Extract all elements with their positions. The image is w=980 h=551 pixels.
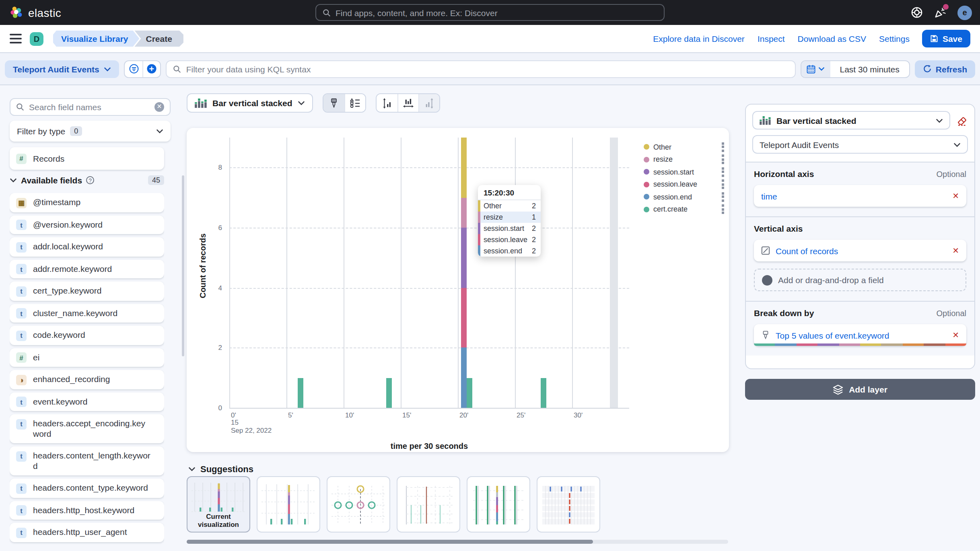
breakdown-dimension[interactable]: Top 5 values of event.keyword ✕ [754, 324, 966, 346]
records-field-item[interactable]: # Records [10, 147, 164, 170]
remove-dimension-icon[interactable]: ✕ [952, 247, 959, 255]
bar-segment-cert-create[interactable] [298, 378, 304, 408]
horizontal-axis-dimension[interactable]: time ✕ [754, 185, 966, 207]
clear-layer-eraser-icon[interactable] [957, 115, 968, 126]
add-filter-icon[interactable] [143, 61, 161, 77]
space-badge[interactable]: D [30, 32, 43, 45]
field-item-addr-remote-keyword[interactable]: taddr.remote.keyword [10, 259, 164, 278]
news-feed-icon[interactable] [934, 6, 946, 19]
chart-type-dropdown[interactable]: Bar vertical stacked [187, 93, 313, 113]
bar-segment-session-end[interactable] [461, 348, 466, 408]
saved-query-menu-icon[interactable] [125, 61, 143, 77]
help-icon[interactable] [911, 6, 923, 19]
legend-item-cert-create[interactable]: cert.create [644, 203, 724, 216]
field-item-headers-accept-encoding-keyword[interactable]: theaders.accept_encoding.keyword [10, 414, 164, 443]
clear-search-icon[interactable]: ✕ [154, 102, 164, 112]
plot-area[interactable]: 024680'5'10'15'20'25'30'15Sep 22, 2022 [229, 138, 629, 408]
data-view-picker[interactable]: Teleport Audit Events [5, 60, 119, 78]
suggestion-chart-icon [400, 483, 457, 528]
suggestions-scrollbar[interactable] [187, 540, 728, 544]
layers-icon [833, 384, 843, 395]
field-item--timestamp[interactable]: ▦@timestamp [10, 193, 164, 212]
field-item--version-keyword[interactable]: t@version.keyword [10, 215, 164, 234]
left-axis-button[interactable] [377, 94, 397, 112]
chart-toolbar: Bar vertical stacked [187, 93, 440, 113]
field-item-headers-http-user-agent[interactable]: theaders.http_user_agent [10, 523, 164, 542]
elastic-logo[interactable]: elastic [0, 6, 61, 19]
formula-icon [761, 246, 770, 255]
suggestion-thumbnail-3[interactable] [327, 476, 390, 532]
add-field-dropzone[interactable]: + Add or drag-and-drop a field [754, 269, 966, 291]
field-item-headers-content-length-keyword[interactable]: theaders.content_length.keyword [10, 446, 164, 475]
y-tick-label: 4 [218, 284, 222, 292]
x-axis-start-date: 15Sep 22, 2022 [231, 418, 272, 434]
user-avatar[interactable]: e [957, 5, 972, 20]
bar-segment-cert-create[interactable] [387, 378, 392, 408]
legend-actions-icon[interactable] [722, 167, 724, 177]
field-item-event-keyword[interactable]: tevent.keyword [10, 392, 164, 411]
legend-options-button[interactable] [344, 94, 365, 112]
field-item-cluster-name-keyword[interactable]: tcluster_name.keyword [10, 304, 164, 323]
x-gridline [515, 138, 516, 408]
help-question-icon[interactable]: ? [86, 176, 94, 184]
add-layer-button[interactable]: Add layer [745, 379, 975, 400]
legend-actions-icon[interactable] [722, 205, 724, 214]
global-search-input[interactable]: Find apps, content, and more. Ex: Discov… [315, 4, 665, 21]
field-item-headers-http-host-keyword[interactable]: theaders.http_host.keyword [10, 501, 164, 520]
sidebar-scrollbar[interactable] [182, 175, 184, 356]
bar-segment-session-leave[interactable] [461, 288, 466, 347]
suggestions-accordion[interactable]: Suggestions [188, 464, 253, 474]
save-button[interactable]: Save [922, 30, 970, 47]
legend-actions-icon[interactable] [722, 192, 724, 202]
suggestion-current[interactable]: Current visualization [187, 476, 250, 532]
calendar-menu-button[interactable] [801, 61, 830, 77]
legend-actions-icon[interactable] [722, 142, 724, 152]
breadcrumb-visualize-library[interactable]: Visualize Library [53, 31, 140, 47]
remove-dimension-icon[interactable]: ✕ [952, 192, 959, 200]
legend-actions-icon[interactable] [722, 155, 724, 164]
suggestion-thumbnail-4[interactable] [397, 476, 460, 532]
menu-icon[interactable] [10, 34, 22, 43]
bar-segment-session-start[interactable] [461, 228, 466, 288]
available-fields-header[interactable]: Available fields ? 45 [10, 175, 164, 185]
suggestion-thumbnail-5[interactable] [467, 476, 530, 532]
tooltip-series-label: Other [480, 202, 532, 210]
legend-item-session-start[interactable]: session.start [644, 166, 724, 178]
header-action-settings[interactable]: Settings [879, 34, 910, 43]
field-item-headers-content-type-keyword[interactable]: theaders.content_type.keyword [10, 479, 164, 498]
config-data-view-dropdown[interactable]: Teleport Audit Events [752, 135, 968, 154]
vertical-axis-dimension[interactable]: Count of records ✕ [754, 240, 966, 261]
legend-item-session-end[interactable]: session.end [644, 191, 724, 203]
field-item-addr-local-keyword[interactable]: taddr.local.keyword [10, 237, 164, 256]
visual-options-button[interactable] [323, 94, 344, 112]
time-range-value[interactable]: Last 30 minutes [830, 64, 909, 74]
legend-item-session-leave[interactable]: session.leave [644, 178, 724, 191]
bar-segment-cert-create[interactable] [466, 378, 472, 408]
field-name: addr.local.keyword [33, 241, 103, 252]
legend-actions-icon[interactable] [722, 180, 724, 189]
field-item-enhanced-recording[interactable]: ◑enhanced_recording [10, 370, 164, 389]
header-action-download-as-csv[interactable]: Download as CSV [798, 34, 866, 43]
bar-segment-Other[interactable] [461, 138, 466, 197]
bar-segment-cert-create[interactable] [541, 378, 546, 408]
field-item-cert-type-keyword[interactable]: tcert_type.keyword [10, 282, 164, 300]
chevron-down-icon [188, 467, 196, 471]
bottom-axis-button[interactable] [397, 94, 418, 112]
field-search-input[interactable]: Search field names ✕ [10, 98, 171, 116]
header-action-inspect[interactable]: Inspect [758, 34, 785, 43]
field-item-code-keyword[interactable]: tcode.keyword [10, 326, 164, 345]
bar-segment-resize[interactable] [461, 197, 466, 228]
config-chart-type-dropdown[interactable]: Bar vertical stacked [752, 111, 950, 130]
field-name: @version.keyword [33, 219, 103, 230]
remove-dimension-icon[interactable]: ✕ [952, 331, 959, 339]
legend-item-Other[interactable]: Other [644, 141, 724, 153]
filter-by-type-accordion[interactable]: Filter by type 0 [10, 121, 171, 142]
kql-query-input[interactable]: Filter your data using KQL syntax [166, 60, 796, 78]
field-item-ei[interactable]: #ei [10, 348, 164, 367]
refresh-button[interactable]: Refresh [915, 60, 975, 78]
suggestion-current-label: Current visualization [187, 512, 249, 528]
legend-item-resize[interactable]: resize [644, 153, 724, 166]
header-action-explore-data-in-discover[interactable]: Explore data in Discover [653, 34, 745, 43]
suggestion-thumbnail-6[interactable] [537, 476, 600, 532]
suggestion-thumbnail-2[interactable] [257, 476, 320, 532]
